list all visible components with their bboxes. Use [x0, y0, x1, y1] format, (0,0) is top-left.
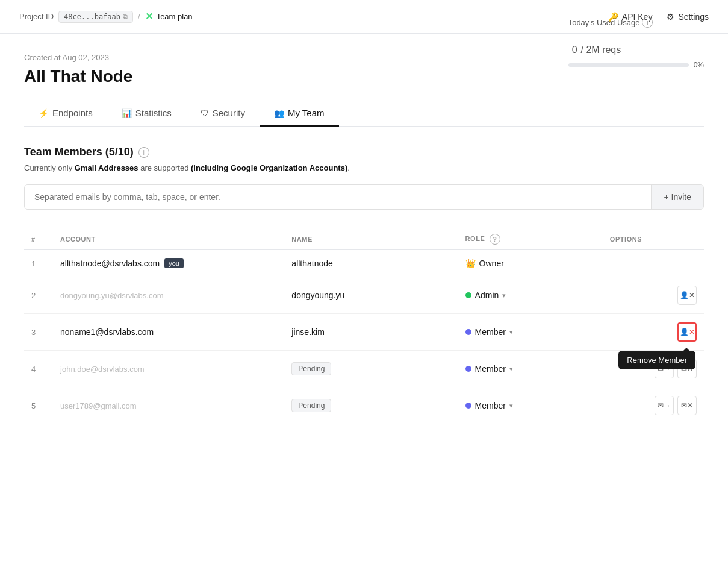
row-name: Pending [284, 387, 458, 424]
member-dot [465, 329, 471, 335]
usage-bar-wrap: 0% [568, 61, 704, 69]
table-header-row: # ACCOUNT NAME ROLE ? OPTIONS [24, 229, 704, 250]
col-header-account: ACCOUNT [53, 229, 284, 250]
org-title: All That Node [24, 67, 704, 86]
row-num: 1 [24, 250, 53, 277]
role-label: Owner [479, 258, 504, 268]
role-selector[interactable]: Member ▾ [465, 401, 596, 410]
col-header-role: ROLE ? [458, 229, 603, 250]
role-selector[interactable]: Member ▾ [465, 327, 596, 337]
row-account: john.doe@dsrvlabs.com [53, 351, 284, 387]
section-title: Team Members (5/10) [24, 146, 134, 158]
remove-user-icon: 👤✕ [680, 328, 695, 336]
role-selector[interactable]: Admin ▾ [465, 290, 596, 300]
settings-button[interactable]: ⚙ Settings [667, 12, 709, 22]
you-badge: you [164, 258, 184, 268]
row-options: 👤✕ Remove Member [603, 314, 704, 351]
row-name: dongyoung.yu [284, 277, 458, 314]
remove-member-button-active[interactable]: 👤✕ Remove Member [677, 322, 697, 342]
email: allthatnode@dsrvlabs.com [60, 258, 160, 268]
row-account: noname1@dsrvlabs.com [53, 314, 284, 351]
role-label: Member [475, 401, 506, 410]
chevron-down-icon: ▾ [509, 402, 513, 410]
tabs-nav: ⚡ Endpoints 📊 Statistics 🛡 Security 👥 My… [24, 101, 704, 127]
tab-statistics[interactable]: 📊 Statistics [107, 101, 186, 127]
api-key-label: API Key [622, 12, 653, 22]
table-row: 1allthatnode@dsrvlabs.comyouallthatnode … [24, 250, 704, 277]
role-info-icon[interactable]: ? [490, 234, 500, 245]
settings-label: Settings [678, 12, 709, 22]
row-name: jinse.kim [284, 314, 458, 351]
chevron-down-icon: ▾ [502, 292, 506, 299]
table-row: 2dongyoung.yu@dsrvlabs.comdongyoung.yu A… [24, 277, 704, 314]
row-options [603, 250, 704, 277]
project-id-value: 48ce...bafaab [64, 13, 120, 21]
table-row: 3noname1@dsrvlabs.comjinse.kim Member ▾ … [24, 314, 704, 351]
admin-dot [465, 292, 471, 298]
row-account: dongyoung.yu@dsrvlabs.com [53, 277, 284, 314]
team-info-icon[interactable]: i [138, 147, 149, 158]
row-role: 👑 Owner [458, 250, 603, 277]
settings-icon: ⚙ [667, 12, 674, 22]
row-options: ✉→ ✉✕ [603, 387, 704, 424]
team-plan-link[interactable]: ✕ Team plan [145, 11, 193, 22]
role-label: Admin [475, 290, 499, 300]
row-role: Member ▾ [458, 314, 603, 351]
breadcrumb-separator: / [138, 12, 140, 21]
team-plan-label: Team plan [157, 12, 193, 21]
role-selector[interactable]: Member ▾ [465, 364, 596, 374]
invite-row: + Invite [24, 184, 704, 210]
tab-myteam[interactable]: 👥 My Team [260, 101, 339, 127]
chevron-down-icon: ▾ [509, 365, 513, 373]
blurred-email: user1789@gmail.com [60, 401, 137, 410]
member-name: allthatnode [291, 258, 333, 268]
row-role: Member ▾ [458, 387, 603, 424]
row-name: Pending [284, 351, 458, 387]
email-cancel-icon: ✉✕ [681, 401, 693, 410]
col-header-name: NAME [284, 229, 458, 250]
statistics-icon: 📊 [122, 108, 132, 118]
table-row: 4john.doe@dsrvlabs.comPending Member ▾ ✉… [24, 351, 704, 387]
cancel-invite-button[interactable]: ✉✕ [677, 396, 697, 415]
members-table: # ACCOUNT NAME ROLE ? OPTIONS 1allthatno… [24, 229, 704, 424]
tab-endpoints[interactable]: ⚡ Endpoints [24, 101, 107, 127]
copy-icon[interactable]: ⧉ [123, 13, 128, 20]
project-id-badge: 48ce...bafaab ⧉ [58, 11, 133, 23]
usage-count: 0/ 2M reqs [568, 31, 704, 58]
resend-email-button[interactable]: ✉→ [655, 396, 674, 415]
role-label: Member [475, 364, 506, 374]
table-row: 5user1789@gmail.comPending Member ▾ ✉→ ✉… [24, 387, 704, 424]
row-num: 4 [24, 351, 53, 387]
remove-icon: 👤✕ [680, 291, 695, 299]
owner-emoji: 👑 [465, 258, 476, 268]
invite-input[interactable] [25, 185, 651, 209]
support-text: Currently only Gmail Addresses are suppo… [24, 163, 704, 172]
member-name: dongyoung.yu [291, 290, 344, 300]
myteam-icon: 👥 [274, 108, 284, 118]
remove-tooltip: Remove Member [618, 351, 695, 369]
security-icon: 🛡 [201, 108, 209, 118]
remove-member-button[interactable]: 👤✕ [677, 286, 697, 305]
member-dot [465, 366, 471, 372]
section-header: Team Members (5/10) i [24, 146, 704, 158]
usage-percent: 0% [694, 61, 704, 69]
api-key-button[interactable]: 🔑 API Key [608, 12, 653, 22]
pending-badge: Pending [291, 399, 331, 412]
row-role: Member ▾ [458, 351, 603, 387]
main-content: Today's Used Usage i 0/ 2M reqs 0% Creat… [0, 34, 728, 462]
blurred-email: john.doe@dsrvlabs.com [60, 365, 145, 374]
col-header-options: OPTIONS [603, 229, 704, 250]
row-num: 3 [24, 314, 53, 351]
role-selector: 👑 Owner [465, 258, 596, 268]
row-account: allthatnode@dsrvlabs.comyou [53, 250, 284, 277]
row-account: user1789@gmail.com [53, 387, 284, 424]
email-send-icon: ✉→ [658, 401, 671, 410]
col-header-num: # [24, 229, 53, 250]
endpoints-icon: ⚡ [39, 108, 49, 118]
topbar-left: Project ID 48ce...bafaab ⧉ / ✕ Team plan [19, 11, 193, 23]
pending-badge: Pending [291, 362, 331, 375]
team-plan-icon: ✕ [145, 11, 153, 22]
blurred-email: dongyoung.yu@dsrvlabs.com [60, 291, 163, 300]
tab-security[interactable]: 🛡 Security [186, 101, 260, 127]
invite-button[interactable]: + Invite [651, 185, 703, 209]
